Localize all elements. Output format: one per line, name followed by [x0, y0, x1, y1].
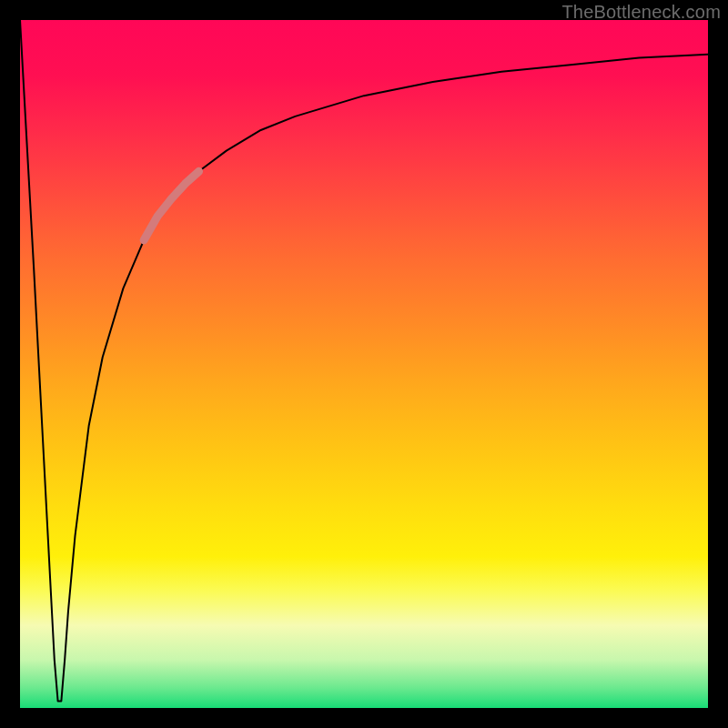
chart-frame: TheBottleneck.com [0, 0, 728, 728]
watermark-text: TheBottleneck.com [561, 2, 721, 23]
plot-area [20, 20, 708, 708]
bottleneck-curve-canvas [20, 20, 708, 708]
